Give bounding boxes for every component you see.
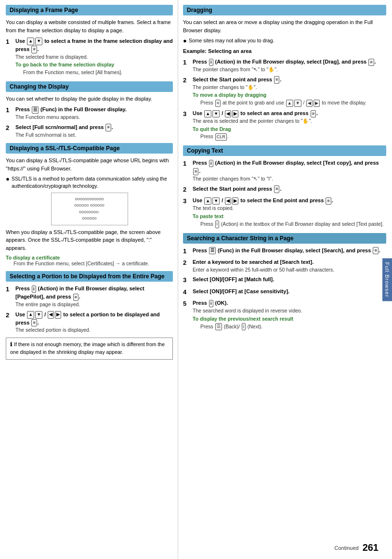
step-drag-3-sub: The area is selected and the pointer cha… <box>193 117 386 125</box>
step-copy-1-sub: The pointer changes from "↖" to "I". <box>193 175 386 182</box>
page-number: 261 <box>363 542 379 553</box>
green-link-paste: To paste text <box>193 213 386 221</box>
green-link-quit-drag: To quit the Drag <box>193 126 386 133</box>
step-search-2-main: Enter a keyword to be searched at [Searc… <box>193 258 386 266</box>
dragging-example-label: Example: Selecting an area <box>183 47 386 55</box>
step-portion-2-sub: The selected portion is displayed. <box>15 326 173 334</box>
step-drag-1: 1 Press i (Action) in the Full Browser d… <box>183 58 386 73</box>
step-search-3: 3 Select [ON]/[OFF] at [Match full]. <box>183 275 386 285</box>
section-select-portion-header: Selecting a Portion to be Displayed from… <box>6 271 173 282</box>
step-search-4-main: Select [ON]/[OFF] at [Case sensitivity]. <box>193 287 386 296</box>
step-frame-1-main: Use ▲▼ to select a frame in the frame se… <box>15 37 173 53</box>
step-drag-3-main: Use ▲▼ / ◀▶ to select an area and press … <box>193 109 386 117</box>
dragging-bullet-text: Some sites may not allow you to drag. <box>189 37 274 45</box>
step-copy-2-main: Select the Start point and press ≡. <box>193 185 386 193</box>
step-search-2-sub: Enter a keyword within 25 full-width or … <box>193 266 386 273</box>
continued-label: Continued <box>334 545 358 551</box>
section-changing-display-intro: You can set whether to display the guide… <box>6 95 173 103</box>
step-search-5: 5 Press i (OK). The searched word is dis… <box>183 299 386 330</box>
step-portion-1: 1 Press i (Action) in the Full Browser d… <box>6 285 173 308</box>
sidebar-tab: Full Browser <box>382 258 392 301</box>
dragging-bullet: ● Some sites may not allow you to drag. <box>183 37 386 45</box>
section-select-portion: Selecting a Portion to be Displayed from… <box>6 271 173 359</box>
step-portion-1-main: Press i (Action) in the Full Browser dis… <box>15 285 173 301</box>
info-icon: ℹ <box>10 341 12 347</box>
step-copy-2: 2 Select the Start point and press ≡. <box>183 185 386 195</box>
green-link-certificate: To display a certificate <box>6 255 173 260</box>
info-box-memory: ℹIf there is not enough memory, the imag… <box>6 338 173 360</box>
step-search-2: 2 Enter a keyword to be searched at [Sea… <box>183 258 386 273</box>
step-search-1: 1 Press ☰ (Func) in the Full Browser dis… <box>183 247 386 256</box>
step-search-3-main: Select [ON]/[OFF] at [Match full]. <box>193 275 386 284</box>
step-copy-3-main: Use ▲▼ / ◀▶ to select the End point and … <box>193 196 386 205</box>
green-indent-drag-move: Press ≡ at the point to grab and use ▲▼ … <box>193 99 386 107</box>
step-frame-1: 1 Use ▲▼ to select a frame in the frame … <box>6 37 173 77</box>
step-drag-1-sub: The pointer changes from "↖" to "✋". <box>193 66 386 73</box>
ssl-bullet: ● SSL/TLS is a method to perform data co… <box>6 175 173 189</box>
green-indent-paste: Press i (Action) in the textbox of the F… <box>193 221 386 228</box>
step-portion-2-main: Use ▲▼ / ◀▶ to select a portion to be di… <box>15 311 173 327</box>
step-drag-1-main: Press i (Action) in the Full Browser dis… <box>193 58 386 66</box>
step-search-4: 4 Select [ON]/[OFF] at [Case sensitivity… <box>183 287 386 297</box>
step-copy-1-main: Press i (Action) in the Full Browser dis… <box>193 159 386 175</box>
step-frame-1-sub: The selected frame is displayed. <box>15 53 173 61</box>
step-copy-3-sub: The text is copied. <box>193 205 386 212</box>
section-ssl-intro: You can display a SSL-/TLS-compatible pa… <box>6 156 173 172</box>
section-copy-text: Copying Text 1 Press i (Action) in the F… <box>183 145 386 228</box>
step-portion-1-sub: The entire page is displayed. <box>15 301 173 308</box>
step-change-1-main: Press ☰ (Func) in the Full Browser displ… <box>15 105 173 114</box>
green-indent-search-nav: Press ☰ (Back)/ i (Next). <box>193 323 386 331</box>
ssl-preview-box: oooooooooooo oooooo oooooo oooooooo- ooo… <box>51 193 128 225</box>
step-drag-3: 3 Use ▲▼ / ◀▶ to select an area and pres… <box>183 109 386 141</box>
step-change-2-main: Select [Full scrn/normal] and press ≡. <box>15 123 173 131</box>
step-change-2: 2 Select [Full scrn/normal] and press ≡.… <box>6 123 173 139</box>
section-dragging-intro: You can select an area or move a display… <box>183 18 386 34</box>
ssl-bullet-text: SSL/TLS is a method to perform data comm… <box>12 175 173 189</box>
green-indent-frame: From the Function menu, select [All fram… <box>15 69 173 77</box>
step-search-5-sub: The searched word is displayed in revers… <box>193 307 386 314</box>
section-dragging-header: Dragging <box>183 5 386 15</box>
green-indent-quit-drag: Press CLR. <box>193 133 386 141</box>
section-copy-text-header: Copying Text <box>183 145 386 156</box>
green-indent-certificate: From the Function menu, select [Certific… <box>6 260 173 266</box>
step-change-2-sub: The Full scrn/normal is set. <box>15 131 173 139</box>
info-box-text: If there is not enough memory, the image… <box>10 341 165 355</box>
step-portion-2: 2 Use ▲▼ / ◀▶ to select a portion to be … <box>6 311 173 334</box>
section-frame-page-header: Displaying a Frame Page <box>6 5 173 15</box>
step-drag-2-main: Select the Start point and press ≡. <box>193 76 386 84</box>
step-search-1-main: Press ☰ (Func) in the Full Browser displ… <box>193 247 386 255</box>
step-change-1: 1 Press ☰ (Func) in the Full Browser dis… <box>6 105 173 121</box>
green-link-drag-move: To move a display by dragging <box>193 91 386 99</box>
step-drag-2-sub: The pointer changes to "✋". <box>193 84 386 91</box>
step-change-1-sub: The Function menu appears. <box>15 114 173 121</box>
green-link-search-nav: To display the previous/next search resu… <box>193 315 386 323</box>
green-link-frame: To go back to the frame selection displa… <box>15 61 173 69</box>
ssl-after-box: When you display a SSL-/TLS-compatible p… <box>6 228 173 252</box>
section-frame-page: Displaying a Frame Page You can display … <box>6 5 173 77</box>
step-copy-3: 3 Use ▲▼ / ◀▶ to select the End point an… <box>183 196 386 228</box>
section-dragging: Dragging You can select an area or move … <box>183 5 386 141</box>
section-ssl-header: Displaying a SSL-/TLS-Compatible Page <box>6 143 173 154</box>
footer: Continued 261 <box>334 542 379 553</box>
section-changing-display-header: Changing the Display <box>6 81 173 92</box>
section-changing-display: Changing the Display You can set whether… <box>6 81 173 139</box>
step-drag-2: 2 Select the Start point and press ≡. Th… <box>183 76 386 107</box>
step-copy-1: 1 Press i (Action) in the Full Browser d… <box>183 159 386 182</box>
section-search-header: Searching a Character String in a Page <box>183 233 386 244</box>
section-frame-page-intro: You can display a website consisted of m… <box>6 18 173 34</box>
step-search-5-main: Press i (OK). <box>193 299 386 307</box>
section-ssl: Displaying a SSL-/TLS-Compatible Page Yo… <box>6 143 173 266</box>
section-search: Searching a Character String in a Page 1… <box>183 233 386 331</box>
